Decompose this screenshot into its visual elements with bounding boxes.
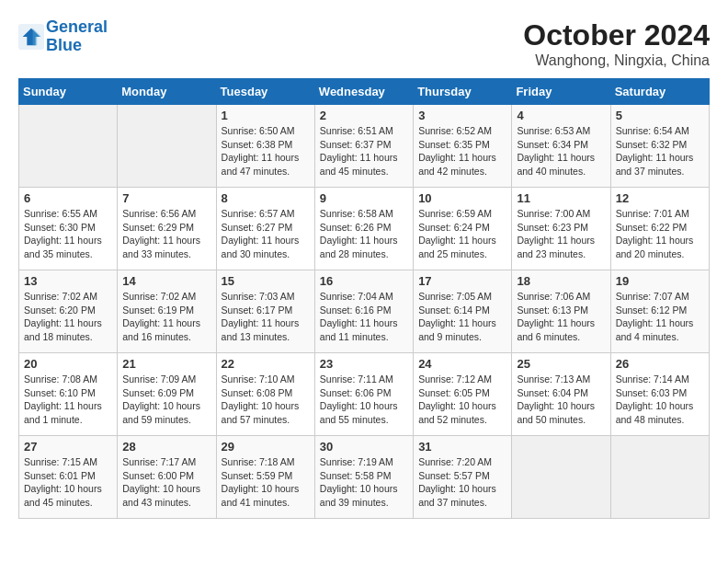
day-info: Sunrise: 7:07 AM Sunset: 6:12 PM Dayligh…	[616, 290, 704, 344]
day-info: Sunrise: 6:59 AM Sunset: 6:24 PM Dayligh…	[418, 207, 506, 261]
day-number: 2	[320, 109, 408, 122]
calendar-week-row: 13Sunrise: 7:02 AM Sunset: 6:20 PM Dayli…	[19, 270, 710, 353]
day-info: Sunrise: 6:54 AM Sunset: 6:32 PM Dayligh…	[616, 124, 704, 178]
day-number: 14	[122, 274, 210, 288]
calendar-week-row: 6Sunrise: 6:55 AM Sunset: 6:30 PM Daylig…	[19, 188, 710, 270]
calendar-cell: 31Sunrise: 7:20 AM Sunset: 5:57 PM Dayli…	[414, 436, 512, 519]
weekday-header: Tuesday	[216, 79, 314, 105]
day-info: Sunrise: 7:17 AM Sunset: 6:00 PM Dayligh…	[122, 455, 210, 510]
day-info: Sunrise: 7:04 AM Sunset: 6:16 PM Dayligh…	[320, 290, 408, 344]
calendar-cell: 9Sunrise: 6:58 AM Sunset: 6:26 PM Daylig…	[314, 188, 413, 270]
day-number: 3	[418, 109, 506, 122]
calendar-cell: 27Sunrise: 7:15 AM Sunset: 6:01 PM Dayli…	[19, 436, 118, 519]
day-info: Sunrise: 7:19 AM Sunset: 5:58 PM Dayligh…	[320, 455, 408, 510]
day-info: Sunrise: 7:01 AM Sunset: 6:22 PM Dayligh…	[616, 207, 704, 261]
calendar-cell: 3Sunrise: 6:52 AM Sunset: 6:35 PM Daylig…	[414, 105, 512, 188]
calendar-week-row: 1Sunrise: 6:50 AM Sunset: 6:38 PM Daylig…	[19, 105, 710, 188]
day-info: Sunrise: 6:58 AM Sunset: 6:26 PM Dayligh…	[320, 207, 408, 261]
calendar-cell	[19, 105, 118, 188]
day-number: 10	[418, 191, 506, 205]
day-number: 9	[320, 191, 408, 205]
calendar-cell: 15Sunrise: 7:03 AM Sunset: 6:17 PM Dayli…	[216, 270, 314, 353]
weekday-header: Friday	[512, 79, 610, 105]
day-info: Sunrise: 7:10 AM Sunset: 6:08 PM Dayligh…	[222, 373, 310, 427]
calendar-cell: 5Sunrise: 6:54 AM Sunset: 6:32 PM Daylig…	[610, 105, 709, 188]
calendar-cell: 1Sunrise: 6:50 AM Sunset: 6:38 PM Daylig…	[216, 105, 314, 188]
day-number: 20	[24, 357, 112, 371]
day-number: 6	[24, 191, 112, 205]
calendar-cell: 24Sunrise: 7:12 AM Sunset: 6:05 PM Dayli…	[414, 353, 512, 436]
day-number: 26	[616, 357, 704, 371]
day-info: Sunrise: 7:09 AM Sunset: 6:09 PM Dayligh…	[122, 373, 210, 427]
calendar-cell: 12Sunrise: 7:01 AM Sunset: 6:22 PM Dayli…	[610, 188, 709, 270]
weekday-header: Wednesday	[314, 79, 413, 105]
day-number: 11	[517, 191, 605, 205]
calendar-week-row: 27Sunrise: 7:15 AM Sunset: 6:01 PM Dayli…	[19, 436, 710, 519]
calendar-cell: 21Sunrise: 7:09 AM Sunset: 6:09 PM Dayli…	[118, 353, 216, 436]
day-number: 7	[122, 191, 210, 205]
calendar-body: 1Sunrise: 6:50 AM Sunset: 6:38 PM Daylig…	[19, 105, 710, 519]
page-header: General Blue October 2024 Wanghong, Ning…	[18, 18, 710, 69]
day-info: Sunrise: 7:18 AM Sunset: 5:59 PM Dayligh…	[222, 455, 310, 510]
day-number: 13	[24, 274, 112, 288]
calendar-header: SundayMondayTuesdayWednesdayThursdayFrid…	[19, 79, 710, 105]
day-number: 5	[616, 109, 704, 122]
day-info: Sunrise: 6:56 AM Sunset: 6:29 PM Dayligh…	[122, 207, 210, 261]
calendar-cell: 6Sunrise: 6:55 AM Sunset: 6:30 PM Daylig…	[19, 188, 118, 270]
day-info: Sunrise: 7:14 AM Sunset: 6:03 PM Dayligh…	[616, 373, 704, 427]
location-title: Wanghong, Ningxia, China	[523, 52, 710, 69]
calendar-cell: 25Sunrise: 7:13 AM Sunset: 6:04 PM Dayli…	[512, 353, 610, 436]
calendar-cell: 17Sunrise: 7:05 AM Sunset: 6:14 PM Dayli…	[414, 270, 512, 353]
day-info: Sunrise: 6:51 AM Sunset: 6:37 PM Dayligh…	[320, 124, 408, 178]
logo-icon	[18, 24, 44, 50]
title-block: October 2024 Wanghong, Ningxia, China	[523, 18, 710, 69]
day-number: 19	[616, 274, 704, 288]
calendar-cell: 4Sunrise: 6:53 AM Sunset: 6:34 PM Daylig…	[512, 105, 610, 188]
day-info: Sunrise: 7:12 AM Sunset: 6:05 PM Dayligh…	[418, 373, 506, 427]
day-info: Sunrise: 7:20 AM Sunset: 5:57 PM Dayligh…	[418, 455, 506, 510]
day-number: 29	[222, 440, 310, 454]
day-info: Sunrise: 6:55 AM Sunset: 6:30 PM Dayligh…	[24, 207, 112, 261]
weekday-header: Monday	[118, 79, 216, 105]
day-number: 22	[222, 357, 310, 371]
logo: General Blue	[18, 18, 108, 55]
calendar-cell	[610, 436, 709, 519]
day-number: 21	[122, 357, 210, 371]
calendar-cell: 23Sunrise: 7:11 AM Sunset: 6:06 PM Dayli…	[314, 353, 413, 436]
calendar-cell: 26Sunrise: 7:14 AM Sunset: 6:03 PM Dayli…	[610, 353, 709, 436]
calendar-cell: 14Sunrise: 7:02 AM Sunset: 6:19 PM Dayli…	[118, 270, 216, 353]
day-number: 30	[320, 440, 408, 454]
calendar-cell: 8Sunrise: 6:57 AM Sunset: 6:27 PM Daylig…	[216, 188, 314, 270]
calendar-cell: 29Sunrise: 7:18 AM Sunset: 5:59 PM Dayli…	[216, 436, 314, 519]
calendar-cell: 22Sunrise: 7:10 AM Sunset: 6:08 PM Dayli…	[216, 353, 314, 436]
calendar-cell: 11Sunrise: 7:00 AM Sunset: 6:23 PM Dayli…	[512, 188, 610, 270]
day-number: 16	[320, 274, 408, 288]
calendar-cell: 16Sunrise: 7:04 AM Sunset: 6:16 PM Dayli…	[314, 270, 413, 353]
weekday-row: SundayMondayTuesdayWednesdayThursdayFrid…	[19, 79, 710, 105]
calendar-table: SundayMondayTuesdayWednesdayThursdayFrid…	[18, 78, 710, 519]
day-info: Sunrise: 7:00 AM Sunset: 6:23 PM Dayligh…	[517, 207, 605, 261]
weekday-header: Saturday	[610, 79, 709, 105]
calendar-cell	[118, 105, 216, 188]
day-info: Sunrise: 6:57 AM Sunset: 6:27 PM Dayligh…	[222, 207, 310, 261]
day-number: 23	[320, 357, 408, 371]
day-info: Sunrise: 7:02 AM Sunset: 6:19 PM Dayligh…	[122, 290, 210, 344]
calendar-cell: 18Sunrise: 7:06 AM Sunset: 6:13 PM Dayli…	[512, 270, 610, 353]
calendar-cell: 30Sunrise: 7:19 AM Sunset: 5:58 PM Dayli…	[314, 436, 413, 519]
day-number: 18	[517, 274, 605, 288]
calendar-cell: 7Sunrise: 6:56 AM Sunset: 6:29 PM Daylig…	[118, 188, 216, 270]
calendar-cell: 20Sunrise: 7:08 AM Sunset: 6:10 PM Dayli…	[19, 353, 118, 436]
day-info: Sunrise: 7:06 AM Sunset: 6:13 PM Dayligh…	[517, 290, 605, 344]
day-info: Sunrise: 7:02 AM Sunset: 6:20 PM Dayligh…	[24, 290, 112, 344]
day-info: Sunrise: 7:08 AM Sunset: 6:10 PM Dayligh…	[24, 373, 112, 427]
day-info: Sunrise: 7:11 AM Sunset: 6:06 PM Dayligh…	[320, 373, 408, 427]
calendar-cell: 2Sunrise: 6:51 AM Sunset: 6:37 PM Daylig…	[314, 105, 413, 188]
day-info: Sunrise: 7:15 AM Sunset: 6:01 PM Dayligh…	[24, 455, 112, 510]
day-info: Sunrise: 7:03 AM Sunset: 6:17 PM Dayligh…	[222, 290, 310, 344]
calendar-cell: 10Sunrise: 6:59 AM Sunset: 6:24 PM Dayli…	[414, 188, 512, 270]
calendar-cell	[512, 436, 610, 519]
weekday-header: Thursday	[414, 79, 512, 105]
day-number: 1	[222, 109, 310, 122]
calendar-cell: 28Sunrise: 7:17 AM Sunset: 6:00 PM Dayli…	[118, 436, 216, 519]
day-number: 8	[222, 191, 310, 205]
